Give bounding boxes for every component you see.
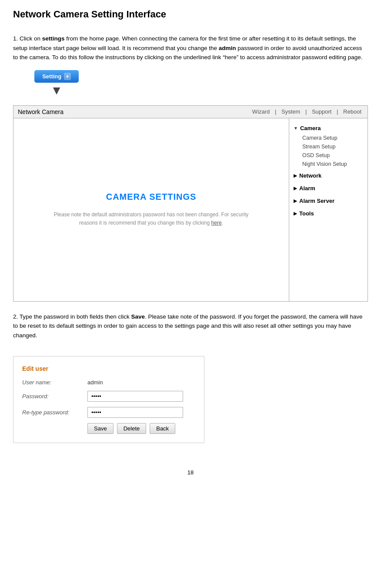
network-section-label: Network: [299, 172, 321, 179]
sidebar-section-network: ▶ Network: [289, 170, 368, 181]
back-button[interactable]: Back: [150, 423, 175, 434]
intro-bold1: settings: [42, 35, 65, 42]
right-panel: ▼ Camera Camera Setup Stream Setup OSD S…: [289, 118, 368, 301]
nav-system[interactable]: System: [281, 108, 300, 115]
retype-input[interactable]: [87, 407, 183, 418]
arrow-down-icon: ▼: [50, 84, 63, 97]
here-link[interactable]: here: [211, 220, 222, 226]
alarm-expand-icon: ▶: [294, 186, 297, 191]
nav-reboot[interactable]: Reboot: [343, 108, 361, 115]
camera-brand: Network Camera: [18, 108, 64, 115]
sidebar-section-alarm: ▶ Alarm: [289, 183, 368, 194]
warning-text-suffix: .: [222, 220, 223, 226]
step2-paragraph: 2. Type the password in both fields then…: [13, 312, 368, 340]
camera-nav-links: Wizard | System | Support | Reboot: [251, 108, 363, 115]
sidebar-section-tools: ▶ Tools: [289, 208, 368, 219]
delete-button[interactable]: Delete: [117, 423, 147, 434]
nav-sep1: |: [275, 108, 278, 115]
retype-row: Re-type password:: [22, 407, 191, 418]
alarm-server-section-label: Alarm Server: [299, 198, 334, 204]
tools-expand-icon: ▶: [294, 211, 297, 216]
setting-button-area: Setting + ▼: [13, 70, 100, 97]
nav-wizard[interactable]: Wizard: [252, 108, 270, 115]
tools-section-header[interactable]: ▶ Tools: [289, 208, 368, 219]
setting-plus-icon: +: [64, 73, 71, 80]
sidebar-item-stream-setup[interactable]: Stream Setup: [298, 142, 368, 151]
intro-text1: 1. Click on: [13, 35, 42, 42]
network-section-header[interactable]: ▶ Network: [289, 170, 368, 181]
left-panel: CAMERA SETTINGS Please note the default …: [13, 118, 289, 301]
nav-sep3: |: [337, 108, 340, 115]
alarm-section-header[interactable]: ▶ Alarm: [289, 183, 368, 194]
camera-expand-icon: ▼: [294, 126, 298, 131]
camera-subsection: Camera Setup Stream Setup OSD Setup Nigh…: [289, 134, 368, 168]
page-number: 18: [13, 469, 368, 476]
username-label: User name:: [22, 379, 87, 386]
password-input[interactable]: [87, 391, 183, 402]
setting-button[interactable]: Setting +: [34, 70, 79, 83]
warning-text: Please note the default administrators p…: [47, 211, 256, 227]
step2-text1: 2. Type the password in both fields then…: [13, 313, 131, 320]
alarm-server-section-header[interactable]: ▶ Alarm Server: [289, 195, 368, 206]
camera-section-label: Camera: [300, 125, 321, 131]
page-title: Network Camera Setting Interface: [13, 9, 368, 20]
camera-interface: Network Camera Wizard | System | Support…: [13, 105, 368, 302]
sidebar-section-camera: ▼ Camera Camera Setup Stream Setup OSD S…: [289, 123, 368, 168]
network-expand-icon: ▶: [294, 173, 297, 178]
edit-user-box: Edit user User name: admin Password: Re-…: [13, 356, 204, 443]
retype-label: Re-type password:: [22, 409, 87, 416]
password-row: Password:: [22, 391, 191, 402]
edit-user-title: Edit user: [22, 365, 191, 372]
tools-section-label: Tools: [299, 210, 314, 217]
camera-interface-body: CAMERA SETTINGS Please note the default …: [13, 118, 368, 301]
sidebar-item-night-vision-setup[interactable]: Night Vision Setup: [298, 160, 368, 168]
form-buttons: Save Delete Back: [87, 423, 191, 434]
nav-support[interactable]: Support: [312, 108, 332, 115]
alarm-server-expand-icon: ▶: [294, 198, 297, 203]
intro-paragraph: 1. Click on settings from the home page.…: [13, 34, 368, 62]
password-label: Password:: [22, 393, 87, 400]
camera-section-header[interactable]: ▼ Camera: [289, 123, 368, 134]
setting-button-label: Setting: [42, 73, 61, 80]
nav-sep2: |: [305, 108, 308, 115]
camera-settings-title: CAMERA SETTINGS: [106, 192, 197, 202]
sidebar-item-osd-setup[interactable]: OSD Setup: [298, 151, 368, 160]
sidebar-section-alarm-server: ▶ Alarm Server: [289, 195, 368, 206]
sidebar-item-camera-setup[interactable]: Camera Setup: [298, 134, 368, 142]
save-button[interactable]: Save: [87, 423, 114, 434]
intro-bold2: admin: [219, 45, 236, 51]
username-row: User name: admin: [22, 379, 191, 386]
step2-bold1: Save: [131, 313, 145, 320]
alarm-section-label: Alarm: [299, 185, 315, 192]
camera-interface-header: Network Camera Wizard | System | Support…: [13, 106, 368, 118]
username-value: admin: [87, 379, 103, 386]
